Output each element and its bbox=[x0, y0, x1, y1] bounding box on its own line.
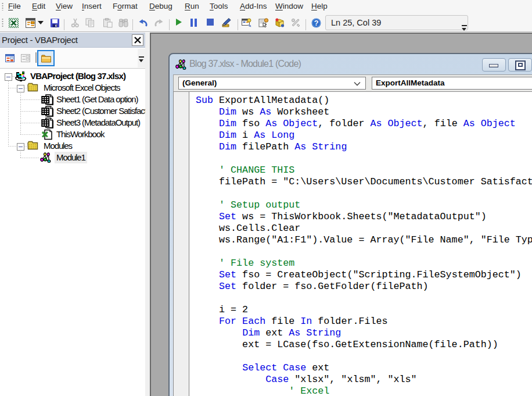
svg-text:?: ? bbox=[314, 19, 319, 27]
